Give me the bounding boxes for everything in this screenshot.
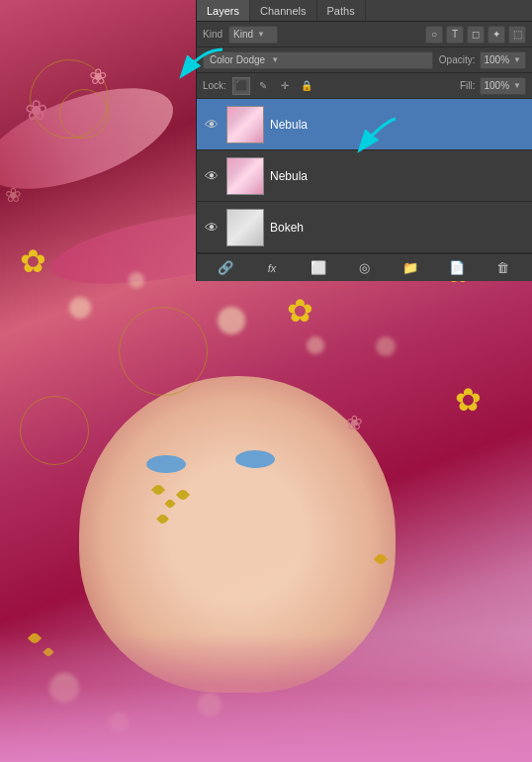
bokeh-circle xyxy=(376,336,396,356)
bokeh-circle xyxy=(218,307,245,334)
bokeh-circle xyxy=(307,336,324,354)
yellow-flower: ✿ xyxy=(20,242,46,280)
mask-icon[interactable]: ⬜ xyxy=(309,258,328,278)
opacity-chevron: ▼ xyxy=(513,55,521,64)
pink-flower: ❀ xyxy=(346,411,363,434)
layer-visibility-3[interactable]: 👁 xyxy=(203,219,221,237)
tab-layers[interactable]: Layers xyxy=(197,0,250,21)
layer-thumb-2 xyxy=(226,157,264,195)
opacity-label: Opacity: xyxy=(439,54,476,65)
dropdown-chevron: ▼ xyxy=(257,30,265,39)
layers-panel: Layers Channels Paths Kind Kind ▼ ○ T ◻ … xyxy=(196,0,532,281)
layer-item-nebula-1[interactable]: 👁 Nebula xyxy=(197,99,532,150)
opacity-input[interactable]: 100% ▼ xyxy=(480,51,527,69)
blend-mode-dropdown[interactable]: Color Dodge ▼ xyxy=(203,51,433,69)
eye-left xyxy=(146,455,186,473)
eye-right xyxy=(235,450,275,468)
fill-chevron: ▼ xyxy=(513,81,521,90)
lock-pixels-btn[interactable]: ⬛ xyxy=(232,77,250,95)
layer-thumb-1 xyxy=(226,106,264,143)
yellow-flower: ✿ xyxy=(287,292,313,330)
thumb-nebula-1 xyxy=(227,107,263,143)
adjustment-icon[interactable]: ◎ xyxy=(354,258,374,278)
fill-label: Fill: xyxy=(460,80,476,91)
lock-draw-btn[interactable]: ✎ xyxy=(254,77,272,95)
filter-row: Kind Kind ▼ ○ T ◻ ✦ ⬚ xyxy=(197,22,532,48)
filter-icon-adjust[interactable]: ⬚ xyxy=(508,26,526,44)
link-icon[interactable]: 🔗 xyxy=(216,258,235,278)
layer-thumb-3 xyxy=(226,209,264,246)
fill-input[interactable]: 100% ▼ xyxy=(480,77,527,95)
panel-tabs: Layers Channels Paths xyxy=(197,0,532,22)
vine-decoration xyxy=(20,396,89,465)
filter-icon-effect[interactable]: ✦ xyxy=(488,26,505,44)
delete-icon[interactable]: 🗑 xyxy=(493,258,513,278)
thumb-checker-1 xyxy=(227,107,263,143)
filter-icons: ○ T ◻ ✦ ⬚ xyxy=(425,26,526,44)
tab-channels[interactable]: Channels xyxy=(250,0,316,21)
tab-paths[interactable]: Paths xyxy=(317,0,366,21)
new-layer-icon[interactable]: 📄 xyxy=(447,258,467,278)
layer-item-bokeh[interactable]: 👁 Bokeh xyxy=(197,202,532,253)
vine-decoration xyxy=(59,89,109,139)
filter-icon-text[interactable]: T xyxy=(446,26,464,44)
panel-bottom-toolbar: 🔗 fx ⬜ ◎ 📁 📄 🗑 xyxy=(197,253,532,281)
layer-visibility-2[interactable]: 👁 xyxy=(203,167,221,185)
vine-decoration xyxy=(119,307,208,396)
group-icon[interactable]: 📁 xyxy=(400,258,420,278)
fill-group: Fill: 100% ▼ xyxy=(460,77,526,95)
lock-move-btn[interactable]: ✛ xyxy=(276,77,294,95)
yellow-flower: ✿ xyxy=(455,381,482,419)
pink-flower: ❀ xyxy=(5,183,22,207)
thumb-bokeh xyxy=(227,210,263,245)
bokeh-circle xyxy=(69,297,91,319)
pink-flower: ❀ xyxy=(89,64,107,90)
opacity-group: Opacity: 100% ▼ xyxy=(439,51,526,69)
lock-all-btn[interactable]: 🔒 xyxy=(298,77,315,95)
blend-chevron: ▼ xyxy=(271,55,279,64)
thumb-nebula-2 xyxy=(227,158,263,194)
filter-icon-shape[interactable]: ◻ xyxy=(467,26,485,44)
filter-label: Kind xyxy=(203,29,222,40)
lock-row: Lock: ⬛ ✎ ✛ 🔒 Fill: 100% ▼ xyxy=(197,73,532,99)
filter-kind-dropdown[interactable]: Kind ▼ xyxy=(228,26,278,44)
layers-list: 👁 Nebula 👁 Nebula 👁 xyxy=(197,99,532,253)
filter-icon-circle[interactable]: ○ xyxy=(425,26,443,44)
layer-name-2: Nebula xyxy=(270,169,526,183)
layer-visibility-1[interactable]: 👁 xyxy=(203,116,221,134)
thumb-checker-2 xyxy=(227,158,263,194)
blend-row: Color Dodge ▼ Opacity: 100% ▼ xyxy=(197,48,532,73)
layer-item-nebula-2[interactable]: 👁 Nebula xyxy=(197,150,532,202)
thumb-checker-3 xyxy=(227,210,263,245)
pink-flower: ❀ xyxy=(25,94,47,127)
layer-name-3: Bokeh xyxy=(270,221,526,235)
bokeh-circle xyxy=(129,272,144,288)
fx-icon[interactable]: fx xyxy=(262,258,282,278)
bottom-gradient xyxy=(0,633,532,762)
layer-name-1: Nebula xyxy=(270,118,526,132)
lock-label: Lock: xyxy=(203,80,226,91)
